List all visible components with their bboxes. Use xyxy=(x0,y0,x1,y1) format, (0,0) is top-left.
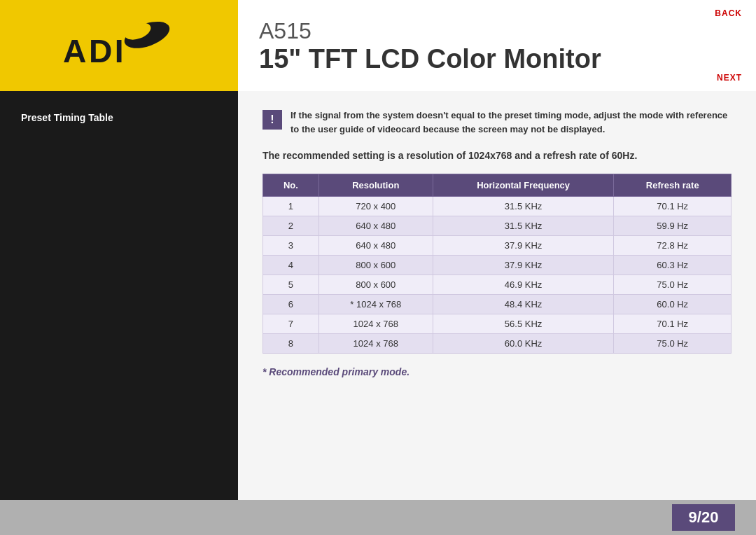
table-cell-1-0: 2 xyxy=(263,216,319,236)
table-cell-2-3: 72.8 Hz xyxy=(614,236,732,256)
table-cell-7-3: 75.0 Hz xyxy=(614,334,732,354)
table-row: 3640 x 48037.9 KHz72.8 Hz xyxy=(263,236,732,256)
table-cell-0-3: 70.1 Hz xyxy=(614,197,732,216)
table-cell-1-3: 59.9 Hz xyxy=(614,216,732,236)
table-cell-6-2: 56.5 KHz xyxy=(433,314,614,334)
primary-mode-note: * Recommended primary mode. xyxy=(262,366,732,377)
table-row: 6* 1024 x 76848.4 KHz60.0 Hz xyxy=(263,295,732,314)
table-cell-4-1: 800 x 600 xyxy=(318,275,433,295)
table-cell-5-1: * 1024 x 768 xyxy=(318,295,433,314)
table-cell-0-2: 31.5 KHz xyxy=(433,197,614,216)
model-title: 15" TFT LCD Color Monitor xyxy=(259,43,735,76)
col-header-hfreq: Horizontal Frequency xyxy=(433,174,614,197)
table-cell-6-0: 7 xyxy=(263,314,319,334)
table-cell-6-1: 1024 x 768 xyxy=(318,314,433,334)
sidebar-title: Preset Timing Table xyxy=(21,112,217,123)
table-cell-4-2: 46.9 KHz xyxy=(433,275,614,295)
table-cell-3-1: 800 x 600 xyxy=(318,256,433,275)
warning-icon: ! xyxy=(262,110,282,130)
sidebar: Preset Timing Table xyxy=(0,91,238,500)
table-cell-4-3: 75.0 Hz xyxy=(614,275,732,295)
table-row: 1720 x 40031.5 KHz70.1 Hz xyxy=(263,197,732,216)
back-button[interactable]: BACK xyxy=(715,8,742,18)
table-cell-7-2: 60.0 KHz xyxy=(433,334,614,354)
table-cell-6-3: 70.1 Hz xyxy=(614,314,732,334)
table-header-row: No. Resolution Horizontal Frequency Refr… xyxy=(263,174,732,197)
title-area: BACK A515 15" TFT LCD Color Monitor NEXT xyxy=(238,0,756,91)
table-cell-0-0: 1 xyxy=(263,197,319,216)
adi-logo: ADI xyxy=(56,18,182,74)
recommended-setting-text: The recommended setting is a resolution … xyxy=(262,150,732,161)
svg-text:ADI: ADI xyxy=(63,33,126,69)
col-header-no: No. xyxy=(263,174,319,197)
table-cell-3-3: 60.3 Hz xyxy=(614,256,732,275)
table-cell-7-1: 1024 x 768 xyxy=(318,334,433,354)
header: ADI BACK A515 15" TFT LCD Color Monitor … xyxy=(0,0,756,91)
next-button[interactable]: NEXT xyxy=(717,73,742,83)
content-area: ! If the signal from the system doesn't … xyxy=(238,91,756,500)
page-indicator: 9/20 xyxy=(672,504,735,531)
table-cell-5-0: 6 xyxy=(263,295,319,314)
table-cell-2-0: 3 xyxy=(263,236,319,256)
table-row: 4800 x 60037.9 KHz60.3 Hz xyxy=(263,256,732,275)
table-cell-2-2: 37.9 KHz xyxy=(433,236,614,256)
table-cell-4-0: 5 xyxy=(263,275,319,295)
table-row: 81024 x 76860.0 KHz75.0 Hz xyxy=(263,334,732,354)
warning-box: ! If the signal from the system doesn't … xyxy=(262,109,732,136)
table-cell-1-1: 640 x 480 xyxy=(318,216,433,236)
logo-area: ADI xyxy=(0,0,238,91)
table-cell-5-3: 60.0 Hz xyxy=(614,295,732,314)
col-header-resolution: Resolution xyxy=(318,174,433,197)
table-row: 71024 x 76856.5 KHz70.1 Hz xyxy=(263,314,732,334)
table-cell-2-1: 640 x 480 xyxy=(318,236,433,256)
footer: 9/20 xyxy=(0,500,756,535)
table-cell-3-0: 4 xyxy=(263,256,319,275)
col-header-refresh: Refresh rate xyxy=(614,174,732,197)
table-cell-1-2: 31.5 KHz xyxy=(433,216,614,236)
model-number: A515 xyxy=(259,19,735,43)
warning-text: If the signal from the system doesn't eq… xyxy=(290,109,732,136)
table-row: 2640 x 48031.5 KHz59.9 Hz xyxy=(263,216,732,236)
table-cell-5-2: 48.4 KHz xyxy=(433,295,614,314)
table-cell-3-2: 37.9 KHz xyxy=(433,256,614,275)
table-row: 5800 x 60046.9 KHz75.0 Hz xyxy=(263,275,732,295)
table-cell-0-1: 720 x 400 xyxy=(318,197,433,216)
main-row: Preset Timing Table ! If the signal from… xyxy=(0,91,756,500)
timing-table: No. Resolution Horizontal Frequency Refr… xyxy=(262,174,732,354)
table-cell-7-0: 8 xyxy=(263,334,319,354)
